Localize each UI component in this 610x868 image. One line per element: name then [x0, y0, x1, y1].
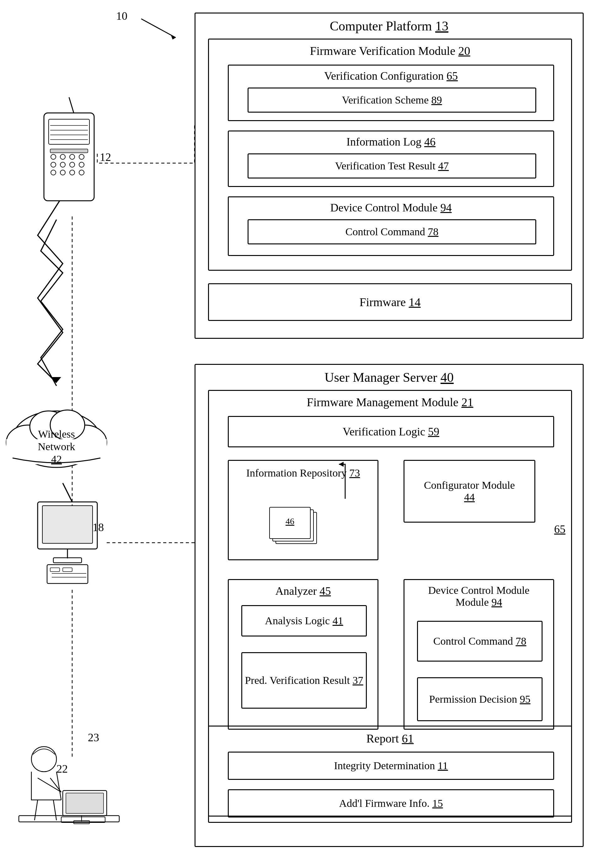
computer-platform-title: Computer Platform 13 — [196, 19, 583, 34]
vc-box: Verification Configuration 65 Verificati… — [228, 65, 554, 121]
fw-title: Firmware 14 — [359, 295, 421, 309]
al-title: Analysis Logic 41 — [265, 615, 343, 627]
vs-box: Verification Scheme 89 — [248, 88, 536, 113]
il-box: Information Log 46 Verification Test Res… — [228, 130, 554, 187]
ir-pages: 46 — [266, 506, 329, 550]
report-box: Report 61 Integrity Determination 11 Add… — [208, 725, 572, 823]
server-drawing — [31, 499, 107, 587]
lightning-lines — [0, 194, 94, 508]
svg-point-16 — [79, 162, 84, 167]
svg-point-47 — [31, 747, 56, 772]
svg-point-17 — [51, 170, 56, 175]
svg-rect-4 — [49, 119, 89, 144]
ums-title: User Manager Server 40 — [196, 370, 583, 385]
vtr-title: Verification Test Result 47 — [335, 160, 449, 172]
diagram: 10 Computer Platform 13 Firmware Verific… — [0, 0, 610, 868]
dcm-box: Device Control Module 94 Control Command… — [228, 196, 554, 256]
pvr-box: Pred. Verification Result 37 — [241, 652, 367, 708]
vs-title: Verification Scheme 89 — [342, 94, 442, 106]
svg-point-14 — [60, 162, 65, 167]
svg-rect-43 — [66, 793, 104, 814]
svg-rect-38 — [63, 568, 72, 572]
svg-point-12 — [79, 154, 84, 160]
ir-title: Information Repository 73 — [229, 467, 377, 479]
computer-platform-box: Computer Platform 13 Firmware Verificati… — [194, 12, 584, 339]
al-box: Analysis Logic 41 — [241, 605, 367, 637]
label-22: 22 — [56, 762, 68, 775]
label-10: 10 — [116, 9, 127, 23]
label-12: 12 — [100, 150, 111, 164]
svg-point-11 — [70, 154, 75, 160]
svg-text:46: 46 — [286, 516, 294, 526]
pvr-title: Pred. Verification Result 37 — [245, 674, 363, 687]
ir-box: Information Repository 73 46 — [228, 460, 379, 560]
label-65: 65 — [554, 522, 565, 536]
svg-line-2 — [69, 97, 74, 113]
svg-rect-36 — [47, 565, 88, 583]
fvm-box: Firmware Verification Module 20 Verifica… — [208, 39, 572, 271]
analyzer-title: Analyzer 45 — [229, 584, 377, 598]
vl-title: Verification Logic 59 — [343, 425, 439, 438]
cc2-box: Control Command 78 — [417, 621, 543, 662]
afi-box: Add'l Firmware Info. 15 — [228, 789, 554, 817]
svg-line-48 — [34, 800, 38, 820]
svg-marker-1 — [171, 34, 176, 40]
afi-title: Add'l Firmware Info. 15 — [339, 797, 443, 809]
dcm2-box: Device Control Module Module 94 Control … — [404, 579, 554, 730]
svg-point-15 — [70, 162, 75, 167]
cc-box: Control Command 78 — [248, 219, 536, 244]
vc-title: Verification Configuration 65 — [229, 69, 553, 82]
analyzer-box: Analyzer 45 Analysis Logic 41 Pred. Veri… — [228, 579, 379, 730]
fw-box: Firmware 14 — [208, 283, 572, 321]
svg-point-9 — [51, 154, 56, 160]
svg-point-19 — [70, 170, 75, 175]
svg-point-18 — [60, 170, 65, 175]
label-18: 18 — [93, 521, 104, 534]
svg-rect-37 — [50, 568, 60, 572]
pd-title: Permission Decision 95 — [429, 693, 531, 705]
svg-point-13 — [51, 162, 56, 167]
vtr-box: Verification Test Result 47 — [248, 153, 536, 178]
svg-point-10 — [60, 154, 65, 160]
svg-point-20 — [79, 170, 84, 175]
dcm-title: Device Control Module 94 — [229, 201, 553, 214]
svg-rect-21 — [50, 149, 88, 153]
id-box: Integrity Determination 11 — [228, 752, 554, 780]
label-23: 23 — [88, 731, 99, 744]
cm-box: Configurator Module 44 — [404, 460, 535, 522]
svg-rect-3 — [44, 113, 94, 201]
svg-line-49 — [53, 800, 56, 820]
fvm-title: Firmware Verification Module 20 — [209, 44, 571, 58]
svg-rect-33 — [42, 506, 93, 543]
vl-box: Verification Logic 59 — [228, 416, 554, 447]
cc2-title: Control Command 78 — [433, 635, 526, 647]
pd-box: Permission Decision 95 — [417, 677, 543, 721]
cc-title: Control Command 78 — [346, 226, 439, 238]
id-title: Integrity Determination 11 — [334, 760, 448, 772]
ums-box: User Manager Server 40 Firmware Manageme… — [194, 364, 584, 847]
il-title: Information Log 46 — [229, 135, 553, 148]
report-title: Report 61 — [209, 732, 571, 746]
svg-rect-35 — [53, 558, 82, 563]
dcm2-title: Device Control Module Module 94 — [405, 584, 553, 608]
cm-title: Configurator Module 44 — [424, 479, 515, 503]
person-drawing — [12, 734, 126, 853]
fmm-title: Firmware Management Module 21 — [209, 395, 571, 409]
